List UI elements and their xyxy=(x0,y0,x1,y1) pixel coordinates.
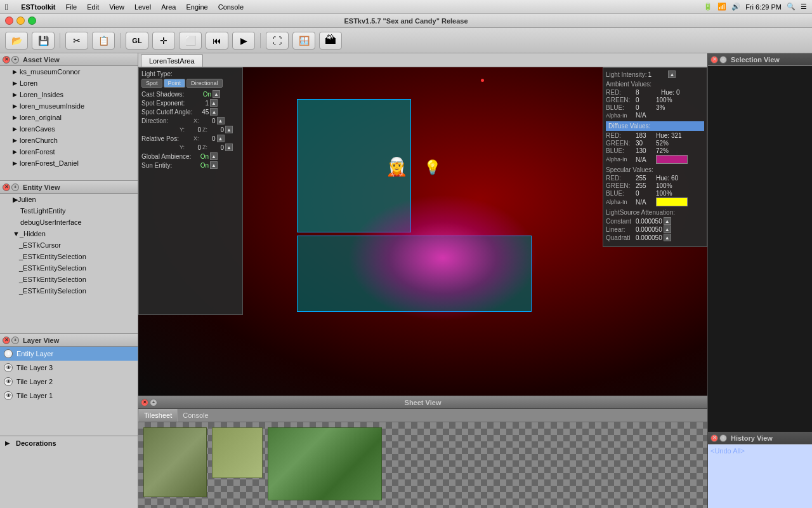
direction-x-stepper[interactable]: ▲ xyxy=(217,117,225,124)
entity-item-debug[interactable]: debugUserInterface xyxy=(0,217,138,228)
diffuse-color-swatch[interactable] xyxy=(656,155,688,164)
sheet-panel-expand[interactable]: + xyxy=(150,399,157,406)
spot-cutoff-stepper[interactable]: ▲ xyxy=(210,108,218,116)
entity-item-testlight[interactable]: TestLightEntity xyxy=(0,205,138,217)
sheet-panel-close[interactable]: ✕ xyxy=(141,399,148,406)
entity-panel-close[interactable]: ✕ xyxy=(3,184,10,191)
relpos-row: Relative Pos: X: 0 ▲ xyxy=(141,135,240,142)
intensity-stepper[interactable]: ▲ xyxy=(668,70,676,78)
asset-item-loren[interactable]: ▶ Loren xyxy=(0,77,138,89)
maximize-button[interactable] xyxy=(28,17,36,25)
asset-panel-expand[interactable]: + xyxy=(11,56,19,64)
save-button[interactable]: 💾 xyxy=(32,32,55,50)
direction-z-stepper[interactable]: ▲ xyxy=(225,126,233,133)
tilesheet-tab[interactable]: Tilesheet xyxy=(138,409,178,422)
entity-item-hidden[interactable]: ▼ _Hidden xyxy=(0,228,138,239)
selection-panel-expand[interactable]: + xyxy=(719,56,727,64)
eye-icon[interactable]: 👁 xyxy=(4,363,13,372)
asset-view-list: ▶ ks_museumConnor ▶ Loren ▶ Loren_Inside… xyxy=(0,66,138,180)
arrow-icon: ▶ xyxy=(5,440,10,446)
console-tab[interactable]: Console xyxy=(178,409,213,422)
specular-color-swatch[interactable] xyxy=(656,197,688,206)
relpos-z-stepper[interactable]: ▲ xyxy=(225,144,233,151)
play-begin-button[interactable]: ⏮ xyxy=(206,32,228,50)
copy-button[interactable]: 📋 xyxy=(92,32,115,50)
play-button[interactable]: ▶ xyxy=(232,32,255,50)
selection-panel-close[interactable]: ✕ xyxy=(710,56,718,64)
cast-shadows-stepper[interactable]: ▲ xyxy=(213,90,220,98)
directional-button[interactable]: Directional xyxy=(187,79,223,88)
right-side-panel: ✕ + Selection View ✕ + History Vie xyxy=(707,53,812,508)
relpos-x-stepper[interactable]: ▲ xyxy=(217,135,225,142)
tab-loren-test-area[interactable]: LorenTestArea xyxy=(141,54,203,67)
layer-item-tile2[interactable]: 👁 Tile Layer 2 xyxy=(0,375,138,389)
entity-panel-expand[interactable]: + xyxy=(11,184,19,191)
move-button[interactable]: ✛ xyxy=(152,32,175,50)
viewport[interactable]: 🧝 💡 🦇 Light Type: xyxy=(138,67,707,396)
constant-stepper[interactable]: ▲ xyxy=(664,217,671,225)
layer-item-tile1[interactable]: 👁 Tile Layer 1 xyxy=(0,389,138,403)
asset-item-loren-original[interactable]: ▶ loren_original xyxy=(0,112,138,123)
minimize-button[interactable] xyxy=(16,17,25,25)
close-button[interactable] xyxy=(5,17,13,25)
asset-item-loren-museum[interactable]: ▶ loren_museumInside xyxy=(0,100,138,112)
eye-icon[interactable]: 👁 xyxy=(4,391,13,400)
entity-item-julien[interactable]: ▶ Julien xyxy=(0,194,138,205)
cut-button[interactable]: ✂ xyxy=(65,32,88,50)
toolbar-separator-3 xyxy=(260,33,261,48)
select-button[interactable]: ⬜ xyxy=(179,32,202,50)
linear-stepper[interactable]: ▲ xyxy=(664,225,671,233)
layer-item-tile3[interactable]: 👁 Tile Layer 3 xyxy=(0,361,138,375)
eye-icon[interactable]: 👁 xyxy=(4,377,13,386)
sun-entity-stepper[interactable]: ▲ xyxy=(210,161,218,169)
light-intensity-row: Light Intensity: 1 ▲ xyxy=(606,70,704,78)
menu-console[interactable]: Console xyxy=(218,3,244,11)
tab-bar: LorenTestArea xyxy=(138,53,707,67)
menu-edit[interactable]: Edit xyxy=(87,3,99,11)
asset-item-lorenchurch[interactable]: ▶ lorenChurch xyxy=(0,135,138,146)
asset-panel-close[interactable]: ✕ xyxy=(3,56,10,64)
direction-label: Direction: xyxy=(141,117,192,124)
app-name[interactable]: ESTtoolkit xyxy=(21,3,55,11)
menu-level[interactable]: Level xyxy=(134,3,151,11)
eye-icon[interactable]: 👁 xyxy=(4,349,13,358)
spot-button[interactable]: Spot xyxy=(141,79,162,88)
open-button[interactable]: 📂 xyxy=(5,32,28,50)
global-ambience-stepper[interactable]: ▲ xyxy=(210,152,218,160)
diffuse-green-row: GREEN: 30 52% xyxy=(606,140,704,147)
asset-item-lorencaves[interactable]: ▶ lorenCaves xyxy=(0,123,138,135)
history-undo-all[interactable]: <Undo All> xyxy=(710,447,809,455)
decorations-item[interactable]: ▶ Decorations xyxy=(0,436,138,450)
asset-item-loren-insides[interactable]: ▶ Loren_Insides xyxy=(0,89,138,100)
fullscreen-button[interactable]: ⛶ xyxy=(266,32,289,50)
sheet-content xyxy=(138,422,707,508)
entity-item-selection2[interactable]: _ESTkEntitySelection xyxy=(0,262,138,274)
quadratic-stepper[interactable]: ▲ xyxy=(664,234,671,241)
render-button[interactable]: 🏔 xyxy=(319,32,342,50)
layer-panel-expand[interactable]: + xyxy=(11,337,19,344)
spot-exponent-stepper[interactable]: ▲ xyxy=(210,99,218,107)
search-icon[interactable]: 🔍 xyxy=(787,3,796,11)
asset-item-lorenforest-daniel[interactable]: ▶ lorenForest_Daniel xyxy=(0,157,138,169)
apple-menu-icon[interactable]:  xyxy=(5,2,8,12)
lightbulb-icon: 💡 xyxy=(424,159,441,176)
entity-item-selection3[interactable]: _ESTkEntitySelection xyxy=(0,274,138,285)
layer-item-entity[interactable]: 👁 Entity Layer xyxy=(0,347,138,361)
menu-view[interactable]: View xyxy=(109,3,124,11)
layer-panel-close[interactable]: ✕ xyxy=(3,337,10,344)
history-panel-close[interactable]: ✕ xyxy=(710,434,718,442)
light-type-label: Light Type: xyxy=(141,70,192,77)
asset-item-ks[interactable]: ▶ ks_museumConnor xyxy=(0,66,138,77)
spot-cutoff-row: Spot Cutoff Angle: 45 ▲ xyxy=(141,108,240,116)
gl-button[interactable]: GL xyxy=(126,32,148,50)
menu-file[interactable]: File xyxy=(66,3,77,11)
menu-area[interactable]: Area xyxy=(161,3,176,11)
history-panel-expand[interactable]: + xyxy=(719,434,727,442)
point-button[interactable]: Point xyxy=(164,79,186,88)
entity-item-selection4[interactable]: _ESTkEntitySelection xyxy=(0,285,138,297)
asset-item-lorenforest[interactable]: ▶ lorenForest xyxy=(0,146,138,157)
window-button[interactable]: 🪟 xyxy=(292,32,315,50)
entity-item-selection1[interactable]: _ESTkEntitySelection xyxy=(0,251,138,262)
entity-item-cursor[interactable]: _ESTkCursor xyxy=(0,239,138,251)
menu-engine[interactable]: Engine xyxy=(186,3,207,11)
